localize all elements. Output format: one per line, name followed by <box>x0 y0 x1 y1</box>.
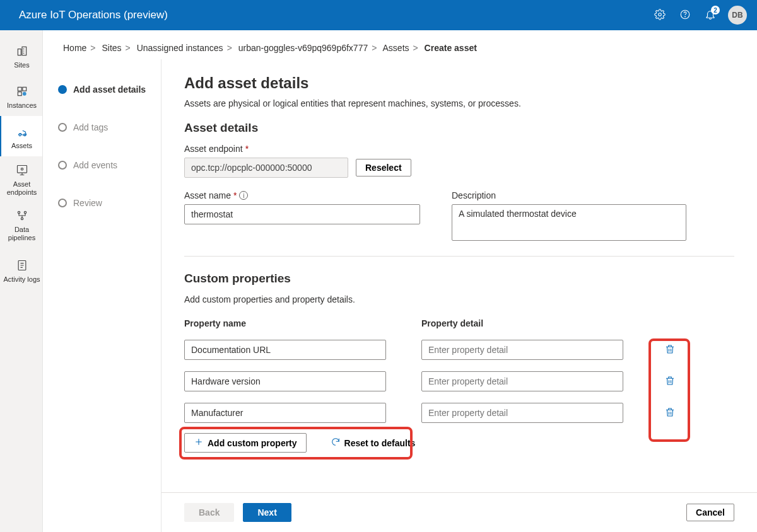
wizard-footer: Back Next Cancel <box>161 492 757 532</box>
cancel-button[interactable]: Cancel <box>686 504 734 521</box>
trash-icon <box>664 344 676 357</box>
property-name-input[interactable] <box>184 340 386 360</box>
description-label: Description <box>452 190 686 200</box>
asset-name-input[interactable] <box>184 204 420 224</box>
settings-button[interactable] <box>647 3 672 28</box>
svg-rect-11 <box>17 166 26 173</box>
property-name-input[interactable] <box>184 403 386 423</box>
page-title: Add asset details <box>184 74 734 92</box>
pipelines-icon <box>16 207 28 224</box>
endpoints-icon <box>16 161 28 179</box>
svg-point-14 <box>24 212 26 214</box>
col-property-detail: Property detail <box>421 318 623 328</box>
svg-rect-5 <box>18 87 21 91</box>
property-row <box>184 340 734 360</box>
nav-instances[interactable]: Instances <box>0 76 42 116</box>
asset-endpoint-input <box>184 158 348 178</box>
step-indicator-icon <box>58 123 67 132</box>
add-custom-property-button[interactable]: Add custom property <box>184 433 307 453</box>
notifications-button[interactable]: 2 <box>698 3 723 28</box>
property-row <box>184 371 734 391</box>
asset-endpoint-label: Asset endpoint* <box>184 144 734 154</box>
svg-point-13 <box>18 212 20 214</box>
trash-icon <box>664 375 676 388</box>
top-bar: Azure IoT Operations (preview) 2 DB <box>0 0 757 30</box>
crumb-assets[interactable]: Assets <box>383 43 409 53</box>
col-property-name: Property name <box>184 318 386 328</box>
crumb-unassigned[interactable]: Unassigned instances <box>137 43 223 53</box>
left-nav: Sites Instances Assets Asset endpoints D… <box>0 30 43 532</box>
nav-asset-endpoints[interactable]: Asset endpoints <box>0 156 42 202</box>
logs-icon <box>16 257 28 274</box>
delete-row-button[interactable] <box>664 344 676 356</box>
crumb-home[interactable]: Home <box>63 43 86 53</box>
svg-point-15 <box>21 218 23 220</box>
help-icon <box>679 9 691 22</box>
custom-properties-subtitle: Add custom properties and property detai… <box>184 294 734 304</box>
step-indicator-icon <box>58 199 67 207</box>
assets-icon <box>16 123 28 141</box>
reselect-button[interactable]: Reselect <box>356 159 411 176</box>
help-button[interactable] <box>672 3 698 28</box>
svg-rect-6 <box>22 87 26 91</box>
sites-icon <box>16 42 28 60</box>
step-add-tags[interactable]: Add tags <box>58 117 153 137</box>
nav-assets[interactable]: Assets <box>0 116 42 156</box>
custom-properties-table: Property name Property detail <box>184 318 734 423</box>
plus-icon <box>194 437 204 449</box>
section-asset-details: Asset details <box>184 121 734 135</box>
notification-badge: 2 <box>711 6 720 14</box>
svg-point-9 <box>19 134 21 136</box>
step-review[interactable]: Review <box>58 193 153 213</box>
property-detail-input[interactable] <box>421 371 623 391</box>
crumb-current: Create asset <box>425 43 477 53</box>
breadcrumb: Home> Sites> Unassigned instances> urban… <box>43 30 757 59</box>
crumb-sites[interactable]: Sites <box>102 43 121 53</box>
asset-name-label: Asset name* i <box>184 190 420 200</box>
step-indicator-icon <box>58 161 67 170</box>
avatar[interactable]: DB <box>728 6 747 25</box>
delete-row-button[interactable] <box>664 407 676 419</box>
svg-rect-7 <box>18 92 21 96</box>
svg-point-12 <box>21 168 23 170</box>
crumb-instance[interactable]: urban-goggles-v69pq969p6fx777 <box>238 43 368 53</box>
property-name-input[interactable] <box>184 371 386 391</box>
section-custom-properties: Custom properties <box>184 272 734 286</box>
reset-to-defaults-button[interactable]: Reset to defaults <box>322 434 425 452</box>
property-detail-input[interactable] <box>421 340 623 360</box>
property-row <box>184 403 734 423</box>
nav-sites[interactable]: Sites <box>0 35 42 76</box>
step-add-asset-details[interactable]: Add asset details <box>58 79 153 100</box>
nav-data-pipelines[interactable]: Data pipelines <box>0 202 42 247</box>
step-indicator-icon <box>58 85 67 94</box>
refresh-icon <box>331 437 341 449</box>
step-add-events[interactable]: Add events <box>58 155 153 175</box>
gear-icon <box>654 9 666 22</box>
info-icon[interactable]: i <box>239 191 248 200</box>
next-button[interactable]: Next <box>243 503 291 522</box>
delete-row-button[interactable] <box>664 375 676 388</box>
divider <box>184 256 734 257</box>
svg-point-0 <box>659 13 662 16</box>
nav-activity-logs[interactable]: Activity logs <box>0 247 42 292</box>
svg-point-8 <box>22 92 26 96</box>
svg-rect-3 <box>18 49 21 55</box>
instances-icon <box>16 83 28 100</box>
back-button: Back <box>184 503 234 522</box>
property-detail-input[interactable] <box>421 403 623 423</box>
svg-point-2 <box>685 16 686 17</box>
trash-icon <box>664 407 676 420</box>
wizard-stepper: Add asset details Add tags Add events Re… <box>43 59 161 532</box>
page-subtitle: Assets are physical or logical entities … <box>184 98 734 108</box>
description-input[interactable]: A simulated thermostat device <box>452 204 686 241</box>
product-title: Azure IoT Operations (preview) <box>10 9 168 21</box>
